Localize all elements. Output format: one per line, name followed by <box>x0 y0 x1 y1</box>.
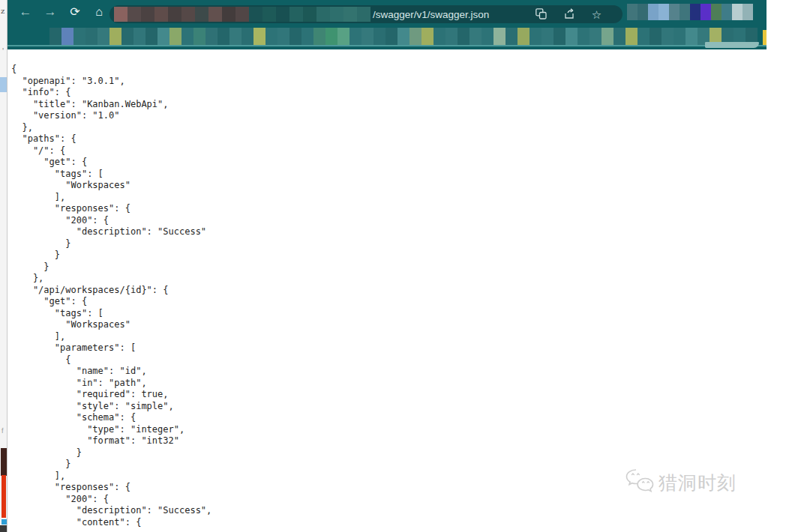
redaction-block <box>722 4 732 20</box>
redaction-block <box>590 28 602 46</box>
background-artifact-blue-square <box>2 519 7 525</box>
redaction-block <box>302 28 314 46</box>
redaction-block <box>338 28 350 46</box>
bookmark-star-icon[interactable]: ☆ <box>590 8 603 21</box>
redaction-block <box>62 28 74 46</box>
redaction-block <box>276 7 290 22</box>
redaction-block <box>249 7 262 22</box>
bookmarks-bar[interactable] <box>8 24 766 49</box>
redaction-block <box>518 28 530 46</box>
redaction-block <box>326 28 338 46</box>
background-window-edge: z ' f <box>0 0 8 532</box>
share-icon-glyph <box>564 8 576 19</box>
redaction-block <box>711 4 722 20</box>
redaction-block <box>262 7 276 22</box>
redaction-block <box>626 28 638 46</box>
blurred-corner-swoosh <box>705 42 759 48</box>
translate-icon-glyph <box>536 8 547 19</box>
redaction-block <box>154 7 168 22</box>
json-content: { "openapi": "3.0.1", "info": { "title":… <box>8 49 766 528</box>
translate-icon[interactable] <box>535 8 548 21</box>
address-bar[interactable]: /swagger/v1/swagger.json ☆ <box>110 5 622 23</box>
background-artifact-blue-rect <box>0 77 7 92</box>
redaction-block <box>470 28 482 46</box>
wechat-icon <box>624 468 656 498</box>
redaction-block <box>218 28 230 46</box>
redaction-block <box>236 7 249 22</box>
redaction-block <box>669 4 680 20</box>
redacted-extensions-area[interactable] <box>627 4 753 20</box>
redaction-block <box>314 28 326 46</box>
screenshot-root: z ' f ← → ⟳ ⌂ /swagger/v1/swagger.json <box>0 0 792 532</box>
background-artifact-red-bar <box>2 475 6 518</box>
background-artifact-glyph: z <box>1 7 4 15</box>
redaction-block <box>194 28 206 46</box>
redaction-block <box>494 28 506 46</box>
redaction-block <box>662 28 674 46</box>
redaction-block <box>303 7 316 22</box>
redaction-block <box>458 28 470 46</box>
redaction-block <box>195 7 208 22</box>
redaction-block <box>110 28 122 46</box>
redaction-block <box>128 7 141 22</box>
redaction-block <box>700 4 711 20</box>
back-icon[interactable]: ← <box>16 3 34 21</box>
redaction-block <box>266 28 278 46</box>
redaction-block <box>566 28 578 46</box>
redaction-block <box>732 4 742 20</box>
redaction-block <box>357 7 370 22</box>
redaction-block <box>374 28 386 46</box>
redaction-block <box>114 7 128 22</box>
redaction-block <box>648 4 658 20</box>
home-icon[interactable]: ⌂ <box>90 3 108 21</box>
redaction-block <box>182 28 194 46</box>
redaction-block <box>410 28 422 46</box>
redaction-block <box>50 28 62 46</box>
redaction-block <box>362 28 374 46</box>
redaction-block <box>602 28 614 46</box>
redaction-block <box>638 4 648 20</box>
browser-chrome: ← → ⟳ ⌂ /swagger/v1/swagger.json <box>8 0 766 49</box>
redaction-block <box>650 28 662 46</box>
watermark: 猎洞时刻 <box>624 468 736 498</box>
redaction-block <box>398 28 410 46</box>
url-text[interactable]: /swagger/v1/swagger.json <box>373 9 489 20</box>
redaction-block <box>530 28 542 46</box>
redaction-block <box>422 28 434 46</box>
chrome-divider-line <box>8 45 766 46</box>
redaction-block <box>316 7 330 22</box>
redaction-block <box>554 28 566 46</box>
redaction-block <box>680 4 690 20</box>
background-artifact-glyph: ' <box>2 46 4 55</box>
redaction-block <box>638 28 650 46</box>
redaction-block <box>674 28 686 46</box>
browser-toolbar: ← → ⟳ ⌂ /swagger/v1/swagger.json <box>8 0 766 24</box>
redaction-block <box>74 28 86 46</box>
background-artifact-text-block <box>0 525 7 532</box>
reload-icon[interactable]: ⟳ <box>66 3 84 21</box>
redaction-block <box>542 28 554 46</box>
redaction-block <box>182 7 195 22</box>
redaction-block <box>254 28 266 46</box>
redaction-block <box>344 7 357 22</box>
redaction-block <box>278 28 290 46</box>
redaction-block <box>168 7 182 22</box>
forward-icon[interactable]: → <box>41 3 59 21</box>
redaction-block <box>330 7 344 22</box>
redaction-block <box>146 28 158 46</box>
redaction-block <box>170 28 182 46</box>
browser-window: ← → ⟳ ⌂ /swagger/v1/swagger.json <box>8 0 766 532</box>
redaction-block <box>627 4 638 20</box>
background-artifact-glyph: f <box>2 427 4 435</box>
redaction-block <box>578 28 590 46</box>
redaction-block <box>230 28 242 46</box>
redaction-block <box>386 28 398 46</box>
edge-yellow-fragment <box>763 30 766 45</box>
redaction-block <box>206 28 218 46</box>
redaction-block <box>208 7 222 22</box>
redaction-block <box>98 28 110 46</box>
redaction-block <box>446 28 458 46</box>
watermark-text: 猎洞时刻 <box>658 471 736 495</box>
redaction-block <box>350 28 362 46</box>
share-icon[interactable] <box>563 8 576 21</box>
